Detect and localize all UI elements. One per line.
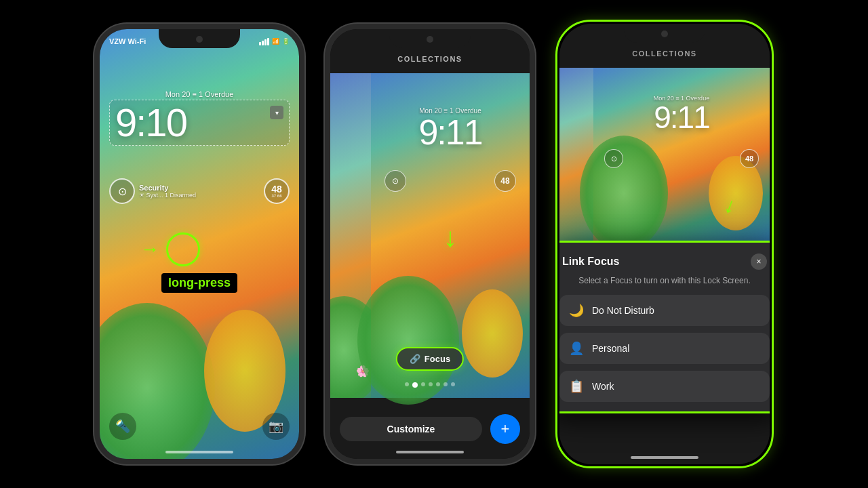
phone3-time: 9:11	[593, 102, 770, 133]
status-bar: VZW Wi-Fi 📶 🔋	[109, 37, 290, 45]
dialog-header: Link Focus ×	[559, 243, 770, 275]
signal-bar-2	[262, 41, 264, 45]
security-shield-icon: ⊙	[109, 178, 135, 204]
weather-badge: 48 37 66	[264, 178, 290, 204]
security-title: Security	[139, 184, 196, 192]
carrier-label: VZW Wi-Fi	[109, 37, 146, 45]
signal-bar-3	[264, 39, 267, 45]
focus-button[interactable]: 🔗 Focus	[396, 347, 464, 371]
security-subtitle: ☀ Syst... 1 Disarmed	[139, 192, 196, 199]
phone3-outer-border: COLLECTIONS Mon 20 ≡ 1 Overdue 9:11 ⊙ 48	[555, 20, 774, 468]
dot-3	[429, 382, 433, 386]
collections-header-3: COLLECTIONS	[559, 49, 770, 58]
phone3-screen: COLLECTIONS Mon 20 ≡ 1 Overdue 9:11 ⊙ 48	[559, 24, 770, 464]
personal-icon: 👤	[569, 341, 584, 356]
focus-option-personal[interactable]: 👤 Personal	[559, 333, 770, 364]
security-left: ⊙ Security ☀ Syst... 1 Disarmed	[109, 178, 196, 204]
home-indicator-2	[396, 451, 464, 453]
dot-2	[421, 382, 425, 386]
signal-bar-4	[267, 38, 269, 45]
battery-icon: 🔋	[282, 38, 290, 45]
focus-option-do-not-disturb[interactable]: 🌙 Do Not Disturb	[559, 295, 770, 326]
dialog-title: Link Focus	[562, 256, 619, 268]
phone3-previews: Mon 20 ≡ 1 Overdue 9:11 ⊙ 48	[559, 68, 770, 244]
phone-3: COLLECTIONS Mon 20 ≡ 1 Overdue 9:11 ⊙ 48	[559, 24, 770, 464]
collections-header-2: COLLECTIONS	[330, 55, 530, 63]
preview-icons-row: ⊙ 48	[371, 170, 530, 192]
date-row-1: Mon 20 ≡ 1 Overdue	[109, 90, 290, 98]
top-widget: Mon 20 ≡ 1 Overdue 9:10 ▾	[109, 90, 290, 146]
dialog-subtitle: Select a Focus to turn on with this Lock…	[559, 275, 770, 295]
dot-1	[412, 382, 418, 388]
preview-badge-48: 48	[494, 170, 516, 192]
camera-icon: 📷	[262, 413, 290, 440]
dialog-close-button[interactable]: ×	[751, 253, 767, 270]
dot-5	[443, 382, 448, 386]
dot-6	[451, 382, 455, 386]
time-display-1: 9:10	[115, 103, 186, 142]
circle-target	[166, 232, 200, 266]
weather-range: 37 66	[271, 194, 281, 198]
phone2-screen: COLLECTIONS 🌸 Mon 20 ≡ 1 Overdue 9:11	[330, 29, 530, 459]
work-label: Work	[592, 381, 614, 392]
link-focus-dialog: Link Focus × Select a Focus to turn on w…	[559, 241, 770, 413]
do-not-disturb-icon: 🌙	[569, 303, 584, 318]
green-arrow-icon: →	[140, 239, 159, 260]
signal-bars	[259, 38, 269, 45]
home-indicator	[165, 451, 233, 453]
focus-button-area: 🔗 Focus	[396, 347, 464, 371]
time-chevron-icon: ▾	[270, 106, 283, 119]
bottom-controls: Customize +	[340, 414, 520, 444]
phone1-screen: VZW Wi-Fi 📶 🔋 Mon 20 ≡ 1 Overdue 9:10 ▾	[100, 29, 299, 459]
preview-circle-icon: ⊙	[384, 170, 406, 192]
phone3-circle-icon: ⊙	[604, 149, 623, 168]
work-icon: 📋	[569, 379, 584, 394]
preview-blob-yellow	[462, 289, 523, 378]
focus-option-work[interactable]: 📋 Work	[559, 371, 770, 402]
phone3-preview-content: Mon 20 ≡ 1 Overdue 9:11 ⊙ 48	[593, 95, 770, 168]
dot-4	[436, 382, 440, 386]
bottom-icons: 🔦 📷	[109, 413, 290, 440]
dot-0	[405, 382, 409, 386]
security-widget: ⊙ Security ☀ Syst... 1 Disarmed 48 37 66	[109, 178, 290, 204]
signal-bar-1	[259, 42, 261, 45]
focus-button-label: Focus	[425, 354, 450, 364]
dots-row	[330, 382, 530, 388]
phone-1: VZW Wi-Fi 📶 🔋 Mon 20 ≡ 1 Overdue 9:10 ▾	[94, 24, 304, 464]
personal-label: Personal	[592, 343, 629, 354]
home-indicator-3	[631, 456, 698, 459]
focus-link-icon: 🔗	[410, 354, 420, 364]
phone3-icons-row: ⊙ 48	[593, 149, 770, 168]
security-text: Security ☀ Syst... 1 Disarmed	[139, 184, 196, 199]
down-arrow-phone2: ↓	[443, 222, 457, 253]
preview-time-2: 9:11	[371, 115, 530, 150]
phone3-preview-main: Mon 20 ≡ 1 Overdue 9:11 ⊙ 48	[593, 68, 770, 244]
phone3-badge: 48	[740, 149, 759, 168]
flashlight-icon: 🔦	[109, 413, 136, 440]
long-press-label: long-press	[161, 273, 237, 293]
wifi-icon: 📶	[272, 38, 279, 45]
phone-2: COLLECTIONS 🌸 Mon 20 ≡ 1 Overdue 9:11	[325, 24, 535, 464]
status-right: 📶 🔋	[259, 38, 290, 45]
customize-button[interactable]: Customize	[340, 417, 482, 441]
do-not-disturb-label: Do Not Disturb	[592, 305, 654, 316]
preview-content: Mon 20 ≡ 1 Overdue 9:11 ⊙ 48	[371, 73, 530, 192]
time-box: 9:10 ▾	[109, 100, 290, 146]
weather-temp: 48	[271, 184, 282, 194]
arrow-annotation: →	[140, 232, 200, 266]
plus-button[interactable]: +	[490, 414, 520, 444]
